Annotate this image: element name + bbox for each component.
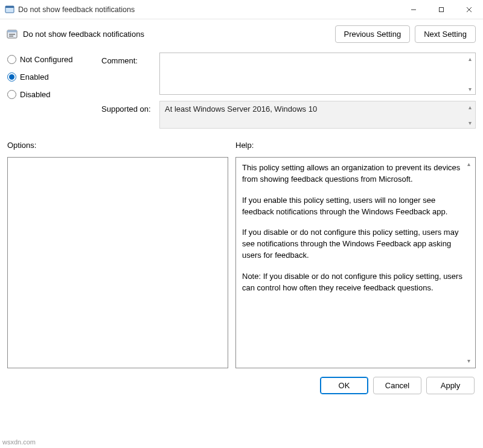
next-setting-button[interactable]: Next Setting (415, 25, 476, 43)
options-label: Options: (7, 141, 235, 150)
chevron-down-icon[interactable]: ▾ (465, 85, 474, 93)
svg-rect-8 (9, 34, 15, 35)
previous-setting-button[interactable]: Previous Setting (335, 25, 411, 43)
svg-rect-1 (5, 6, 14, 8)
apply-button[interactable]: Apply (426, 377, 475, 394)
help-label: Help: (235, 141, 254, 150)
lower-labels: Options: Help: (0, 132, 483, 152)
close-button[interactable] (455, 0, 483, 19)
chevron-down-icon[interactable]: ▾ (464, 357, 473, 365)
ok-button[interactable]: OK (320, 377, 368, 394)
chevron-up-icon[interactable]: ▴ (465, 54, 474, 63)
radio-not-configured[interactable]: Not Configured (7, 55, 98, 64)
supported-on-value: At least Windows Server 2016, Windows 10 (165, 104, 317, 114)
help-panel: This policy setting allows an organizati… (235, 157, 476, 368)
cancel-button[interactable]: Cancel (373, 377, 421, 394)
radio-enabled-input[interactable] (7, 72, 16, 82)
policy-icon (6, 28, 18, 40)
svg-rect-3 (440, 7, 444, 11)
radio-disabled-input[interactable] (7, 90, 16, 99)
radio-not-configured-input[interactable] (7, 55, 16, 64)
radio-disabled-label: Disabled (20, 90, 51, 99)
help-paragraph: If you disable or do not configure this … (242, 227, 469, 261)
dialog-footer: OK Cancel Apply (0, 368, 483, 394)
radio-enabled-label: Enabled (20, 72, 49, 82)
state-radio-group: Not Configured Enabled Disabled (7, 53, 98, 107)
config-area: Not Configured Enabled Disabled Comment:… (0, 45, 483, 132)
comment-textarea[interactable]: ▴ ▾ (159, 53, 476, 95)
policy-header: Do not show feedback notifications Previ… (0, 19, 483, 45)
supported-label: Supported on: (101, 101, 156, 114)
chevron-down-icon: ▾ (465, 118, 474, 127)
window-title: Do not show feedback notifications (18, 5, 135, 14)
radio-enabled[interactable]: Enabled (7, 72, 98, 82)
policy-title: Do not show feedback notifications (23, 30, 144, 39)
supported-on-box: At least Windows Server 2016, Windows 10… (159, 101, 476, 129)
lower-panels: This policy setting allows an organizati… (0, 152, 483, 368)
chevron-up-icon: ▴ (465, 103, 474, 111)
help-paragraph: If you enable this policy setting, users… (242, 195, 469, 218)
minimize-button[interactable] (400, 0, 427, 19)
maximize-button[interactable] (427, 0, 455, 19)
svg-rect-9 (9, 36, 13, 37)
help-paragraph: This policy setting allows an organizati… (242, 162, 469, 185)
app-icon (5, 5, 14, 14)
watermark: wsxdn.com (2, 438, 36, 446)
title-bar: Do not show feedback notifications (0, 0, 483, 19)
options-panel (7, 157, 228, 368)
svg-rect-7 (7, 30, 17, 33)
comment-label: Comment: (101, 53, 156, 65)
help-paragraph: Note: If you disable or do not configure… (242, 271, 469, 294)
radio-disabled[interactable]: Disabled (7, 90, 98, 99)
chevron-up-icon[interactable]: ▴ (464, 160, 473, 168)
radio-not-configured-label: Not Configured (20, 55, 72, 64)
